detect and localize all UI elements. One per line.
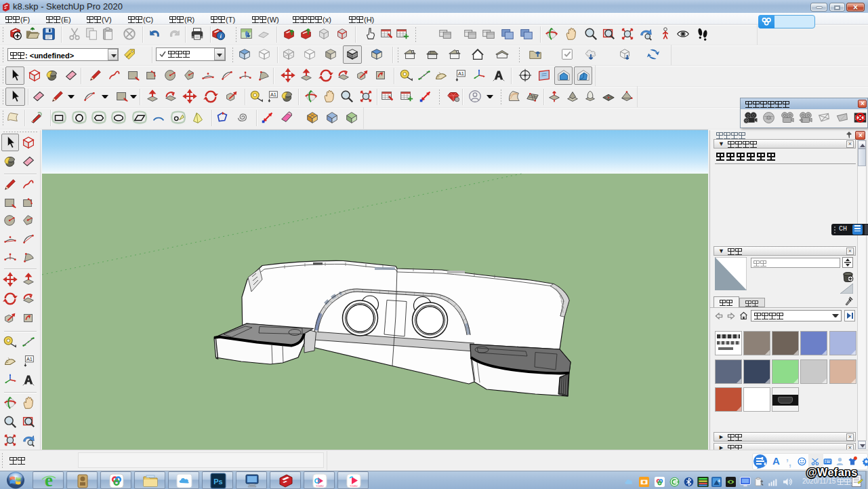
svg-text:e: e xyxy=(45,473,53,489)
svg-text:YOUKU: YOUKU xyxy=(316,485,324,488)
svg-text:YOUKU: YOUKU xyxy=(350,485,358,488)
svg-text:A1: A1 xyxy=(26,356,33,362)
svg-text:A1: A1 xyxy=(270,92,276,98)
svg-text:A1: A1 xyxy=(458,71,464,77)
svg-text:Ps: Ps xyxy=(213,477,222,486)
